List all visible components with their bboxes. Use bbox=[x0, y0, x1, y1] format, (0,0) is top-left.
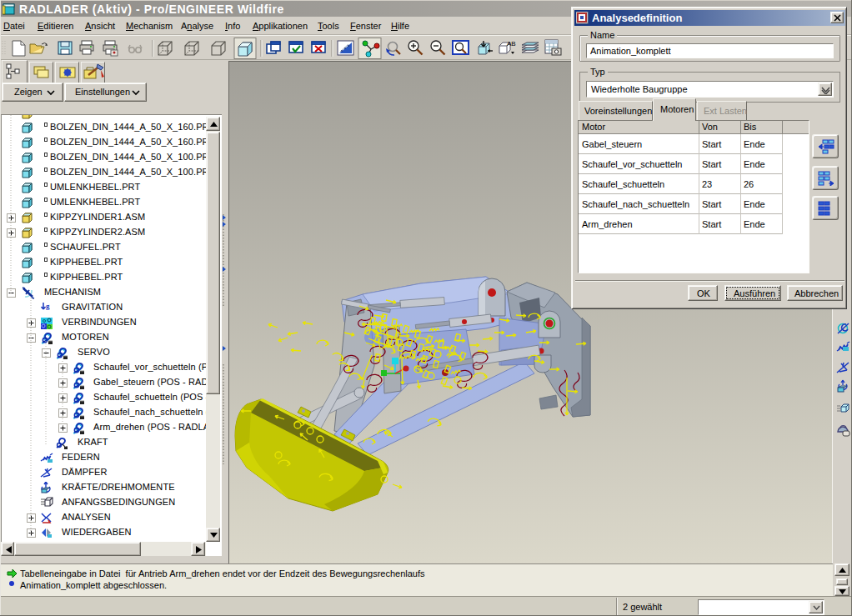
svg-text:AB: AB bbox=[507, 40, 516, 48]
